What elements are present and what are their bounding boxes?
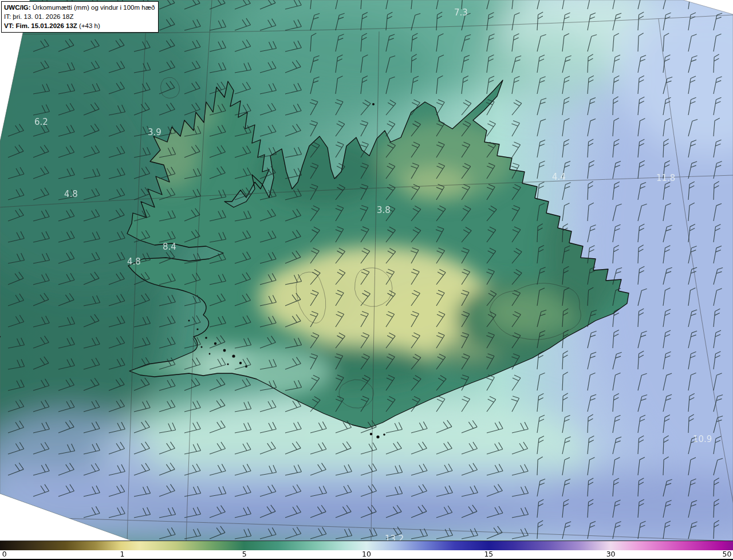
colorbar-tick: 10 xyxy=(362,550,371,558)
title-box: UWC/IG: Úrkomumætti (mm) og vindur i 100… xyxy=(1,1,159,33)
colorbar-tick: 15 xyxy=(484,550,493,558)
model-domain xyxy=(0,0,733,560)
precipitation-colorbar: 01510153050 xyxy=(0,541,733,560)
valid-time: VT: Fim. 15.01.2026 13Z xyxy=(4,22,77,29)
product-title-line: UWC/IG: Úrkomumætti (mm) og vindur i 100… xyxy=(4,3,155,12)
init-time-line: IT: þri. 13. 01. 2026 18Z xyxy=(4,12,155,21)
colorbar-tick: 1 xyxy=(120,550,124,558)
colorbar-gradient xyxy=(0,541,733,550)
map-canvas xyxy=(0,0,733,560)
product-id: UWC/IG: xyxy=(4,4,31,11)
colorbar-tick: 30 xyxy=(606,550,616,558)
colorbar-tick: 0 xyxy=(2,550,7,558)
product-description: Úrkomumætti (mm) og vindur i 100m hæð xyxy=(31,4,155,11)
colorbar-tick: 50 xyxy=(723,550,732,558)
weather-map-view: UWC/IG: Úrkomumætti (mm) og vindur i 100… xyxy=(0,0,733,560)
valid-time-line: VT: Fim. 15.01.2026 13Z (+43 h) xyxy=(4,21,155,30)
lead-time: (+43 h) xyxy=(77,22,100,29)
colorbar-tick: 5 xyxy=(242,550,247,558)
colorbar-tick-labels: 01510153050 xyxy=(0,550,733,560)
